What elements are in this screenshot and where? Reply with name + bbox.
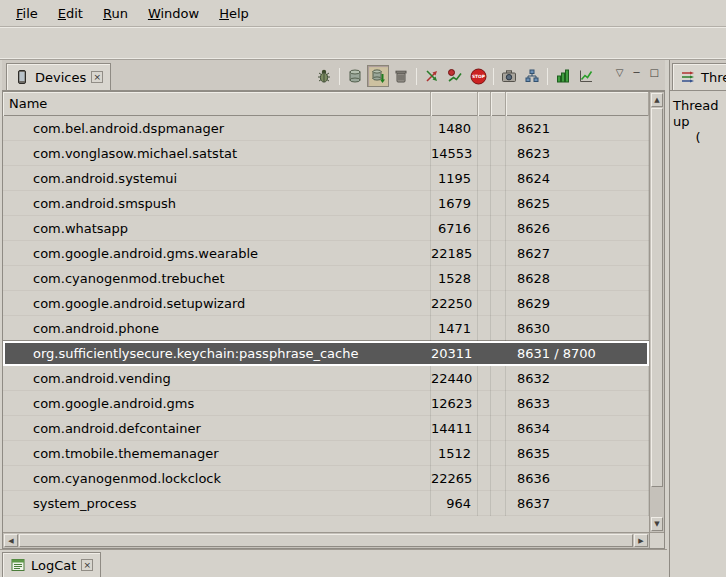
devices-toolbar: STOP xyxy=(313,65,597,87)
process-port: 8634 xyxy=(506,416,649,441)
horizontal-scrollbar-thumb[interactable] xyxy=(19,534,633,547)
horizontal-scrollbar[interactable]: ◀ ▶ xyxy=(3,532,649,548)
thread-columns-icon[interactable] xyxy=(552,65,574,87)
view-menu-icon[interactable]: ▽ xyxy=(614,67,626,79)
device-row[interactable]: com.android.vending224408632 xyxy=(3,366,649,391)
tab-logcat[interactable]: LogCat × xyxy=(2,552,101,577)
device-row[interactable]: com.android.defcontainer144118634 xyxy=(3,416,649,441)
scroll-right-icon[interactable]: ▶ xyxy=(634,534,648,547)
empty-cell xyxy=(491,366,506,391)
process-port: 8628 xyxy=(506,266,649,291)
view-hierarchy-icon[interactable] xyxy=(521,65,543,87)
empty-cell xyxy=(478,141,491,166)
threads-content: Thread up ( xyxy=(670,91,726,153)
process-pid: 6716 xyxy=(431,216,478,241)
device-table-header: Name xyxy=(3,92,649,116)
menu-window[interactable]: Window xyxy=(138,2,209,25)
minimize-icon[interactable]: ─ xyxy=(632,67,642,79)
device-row[interactable]: org.sufficientlysecure.keychain:passphra… xyxy=(3,341,649,366)
threads-view: Threads Thread up ( xyxy=(669,60,726,577)
empty-cell xyxy=(491,391,506,416)
toolbar-separator xyxy=(416,68,417,85)
device-row[interactable]: com.cyanogenmod.lockclock222658636 xyxy=(3,466,649,491)
empty-cell xyxy=(478,191,491,216)
device-row[interactable]: system_process9648637 xyxy=(3,491,649,516)
empty-cell xyxy=(491,316,506,341)
menu-help[interactable]: Help xyxy=(209,2,259,25)
tab-devices-close-icon[interactable]: × xyxy=(91,71,103,83)
column-header-1[interactable] xyxy=(431,92,478,116)
device-table-body: com.bel.android.dspmanager14808621com.vo… xyxy=(3,116,649,532)
ddms-window: FileEditRunWindowHelp Devices × STOP ▽─□… xyxy=(0,0,726,577)
process-pid: 22185 xyxy=(431,241,478,266)
empty-cell xyxy=(491,491,506,516)
empty-cell xyxy=(478,216,491,241)
process-pid: 14553 xyxy=(431,141,478,166)
empty-cell xyxy=(478,316,491,341)
scroll-up-icon[interactable]: ▲ xyxy=(651,93,663,107)
threads-tabbar: Threads xyxy=(670,60,726,91)
tab-threads[interactable]: Threads xyxy=(672,63,726,90)
bottom-tabbar: LogCat × xyxy=(0,549,667,577)
process-pid: 20311 xyxy=(431,341,478,366)
process-port: 8637 xyxy=(506,491,649,516)
tab-devices[interactable]: Devices × xyxy=(6,63,111,90)
process-pid: 964 xyxy=(431,491,478,516)
profiling-chart-icon[interactable] xyxy=(575,65,597,87)
debug-process-icon[interactable] xyxy=(313,65,335,87)
tab-logcat-close-icon[interactable]: × xyxy=(81,559,93,571)
device-row[interactable]: com.android.systemui11958624 xyxy=(3,166,649,191)
process-name: com.tmobile.thememanager xyxy=(3,441,431,466)
screen-capture-icon[interactable] xyxy=(498,65,520,87)
device-row[interactable]: com.google.android.gms126238633 xyxy=(3,391,649,416)
scroll-down-icon[interactable]: ▼ xyxy=(651,517,663,531)
process-name: com.android.smspush xyxy=(3,191,431,216)
update-heap-icon[interactable] xyxy=(344,65,366,87)
column-header-2[interactable] xyxy=(478,92,491,116)
device-row[interactable]: com.android.phone14718630 xyxy=(3,316,649,341)
process-pid: 22250 xyxy=(431,291,478,316)
devices-tabbar: Devices × STOP ▽─□ xyxy=(2,60,665,91)
device-row[interactable]: com.whatsapp67168626 xyxy=(3,216,649,241)
dump-hprof-icon[interactable] xyxy=(367,65,389,87)
device-row[interactable]: com.google.android.setupwizard222508629 xyxy=(3,291,649,316)
tab-logcat-label: LogCat xyxy=(31,558,76,573)
vertical-scrollbar-thumb[interactable] xyxy=(651,108,663,487)
empty-cell xyxy=(478,341,491,366)
column-header-name[interactable]: Name xyxy=(3,92,431,116)
column-header-4[interactable] xyxy=(506,92,649,116)
device-row[interactable]: com.vonglasow.michael.satstat145538623 xyxy=(3,141,649,166)
empty-cell xyxy=(491,291,506,316)
update-threads-icon[interactable] xyxy=(421,65,443,87)
vertical-scrollbar[interactable]: ▲ ▼ xyxy=(649,92,664,532)
toolbar-separator xyxy=(339,68,340,85)
process-name: com.android.phone xyxy=(3,316,431,341)
device-row[interactable]: com.cyanogenmod.trebuchet15288628 xyxy=(3,266,649,291)
empty-cell xyxy=(491,191,506,216)
stop-process-icon[interactable]: STOP xyxy=(467,65,489,87)
device-icon xyxy=(14,69,30,85)
process-pid: 1679 xyxy=(431,191,478,216)
device-row[interactable]: com.android.smspush16798625 xyxy=(3,191,649,216)
menu-run[interactable]: Run xyxy=(93,2,138,25)
menu-edit[interactable]: Edit xyxy=(48,2,93,25)
empty-cell xyxy=(478,241,491,266)
process-pid: 1480 xyxy=(431,116,478,141)
column-header-3[interactable] xyxy=(491,92,506,116)
scroll-left-icon[interactable]: ◀ xyxy=(4,534,18,547)
process-name: com.vonglasow.michael.satstat xyxy=(3,141,431,166)
start-method-profiling-icon[interactable] xyxy=(444,65,466,87)
process-port: 8623 xyxy=(506,141,649,166)
device-row[interactable]: com.bel.android.dspmanager14808621 xyxy=(3,116,649,141)
cause-gc-icon[interactable] xyxy=(390,65,412,87)
process-name: com.google.android.gms xyxy=(3,391,431,416)
process-pid: 12623 xyxy=(431,391,478,416)
device-row[interactable]: com.google.android.gms.wearable221858627 xyxy=(3,241,649,266)
maximize-icon[interactable]: □ xyxy=(648,67,661,79)
empty-cell xyxy=(491,341,506,366)
process-port: 8629 xyxy=(506,291,649,316)
device-row[interactable]: com.tmobile.thememanager15128635 xyxy=(3,441,649,466)
empty-cell xyxy=(478,166,491,191)
menu-file[interactable]: File xyxy=(6,2,48,25)
process-port: 8635 xyxy=(506,441,649,466)
